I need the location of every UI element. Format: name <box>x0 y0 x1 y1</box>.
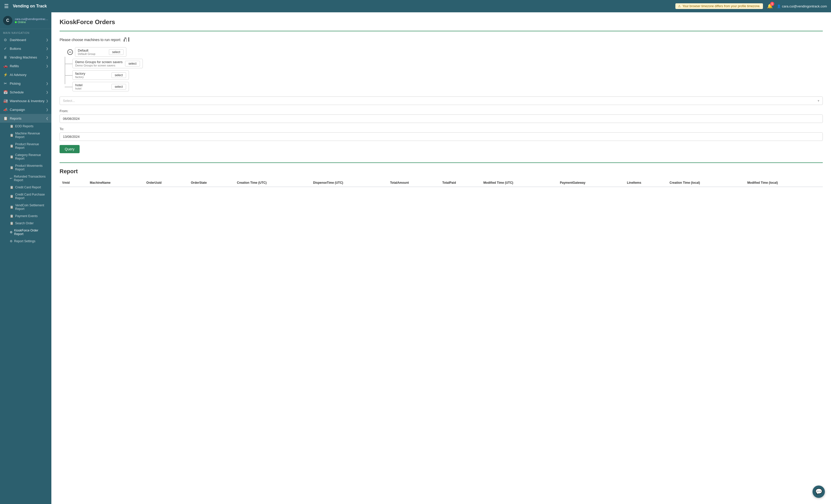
from-date-input[interactable] <box>60 114 823 123</box>
sub-label: VendCoin Settlement Report <box>15 204 48 211</box>
sidebar-item-vending-machines[interactable]: 🖥 Vending Machines ❯ <box>0 53 51 62</box>
sidebar-item-refunded-transactions[interactable]: ↩ Refunded Transactions Report <box>0 173 51 184</box>
sidebar-item-picking[interactable]: ✂ Picking ❯ <box>0 79 51 88</box>
sidebar-item-product-revenue[interactable]: 📋 Product Revenue Report <box>0 141 51 151</box>
nav-section-label: MAIN NAVIGATION <box>0 29 51 35</box>
tree-children: Demo Groups for screen savers Demo Group… <box>73 57 823 91</box>
child-select-button-hotel[interactable]: select <box>111 84 126 90</box>
sidebar-item-eod-reports[interactable]: 📋 EOD Reports <box>0 123 51 130</box>
from-date-group: From: <box>60 109 823 123</box>
bottom-divider <box>60 162 823 163</box>
sidebar-item-credit-card-purchase[interactable]: 📋 Credit Card Purchase Report <box>0 191 51 202</box>
picking-icon: ✂ <box>3 81 8 85</box>
chevron-down-icon: ▾ <box>818 99 820 102</box>
sub-label: Machine Revenue Report <box>15 131 48 139</box>
brand-name: Vending on Track <box>13 4 47 8</box>
sidebar-item-ai-advisory[interactable]: ⚡ AI Advisory <box>0 70 51 79</box>
chat-button[interactable]: 💬 <box>812 485 825 498</box>
sidebar-item-reports[interactable]: 📋 Reports ❮ <box>0 114 51 123</box>
sidebar: C cara.cui@vendingontrack.c Online MAIN … <box>0 12 51 504</box>
sidebar-item-category-revenue[interactable]: 📋 Category Revenue Report <box>0 151 51 162</box>
tree-root-circle <box>67 49 73 55</box>
sub-icon: ⚙ <box>10 239 12 243</box>
chevron-icon: ❯ <box>46 108 48 111</box>
table-header-row: Vmid MachineName OrderUuid OrderState Cr… <box>60 179 823 187</box>
sidebar-item-search-order[interactable]: 📋 Search Order <box>0 220 51 227</box>
machine-selector-label: Please choose machines to run report: ⛙ <box>60 36 823 43</box>
timezone-warning: ⚠ Your browser timezone differs from you… <box>676 3 763 9</box>
sub-label: Refunded Transactions Report <box>14 175 48 182</box>
reports-icon: 📋 <box>3 116 8 120</box>
query-button[interactable]: Query <box>60 145 80 153</box>
user-info: cara.cui@vendingontrack.c Online <box>15 18 48 24</box>
report-table: Vmid MachineName OrderUuid OrderState Cr… <box>60 179 823 187</box>
hamburger-icon[interactable]: ☰ <box>4 3 9 9</box>
machine-select-dropdown[interactable]: Select... ▾ <box>60 96 823 105</box>
sidebar-item-kioskforce-order[interactable]: ⚙ KioskForce Order Report <box>0 227 51 238</box>
sidebar-item-refills[interactable]: 🚗 Refills ❯ <box>0 62 51 70</box>
sub-icon: 📋 <box>10 195 13 198</box>
topbar: ☰ Vending on Track ⚠ Your browser timezo… <box>0 0 831 12</box>
sidebar-item-schedule[interactable]: 📅 Schedule ❯ <box>0 88 51 96</box>
chat-icon: 💬 <box>815 488 822 495</box>
chevron-icon: ❯ <box>46 47 48 50</box>
sidebar-item-product-movements[interactable]: 📋 Product Movements Report <box>0 162 51 173</box>
child-select-button-demo[interactable]: select <box>125 61 140 66</box>
sidebar-item-label: AI Advisory <box>10 73 26 77</box>
col-order-state: OrderState <box>188 179 234 187</box>
ai-icon: ⚡ <box>3 72 8 77</box>
notifications-bell[interactable]: 🔔 6 <box>767 3 773 9</box>
root-select-button[interactable]: select <box>109 49 123 55</box>
sub-label: EOD Reports <box>15 124 33 128</box>
user-email: cara.cui@vendingontrack.com <box>782 4 827 8</box>
sidebar-item-machine-revenue[interactable]: 📋 Machine Revenue Report <box>0 130 51 141</box>
sub-label: Search Order <box>15 221 34 225</box>
chevron-icon: ❯ <box>46 82 48 85</box>
status-text: Online <box>18 21 26 24</box>
col-modified-time-utc: Modified Time (UTC) <box>481 179 557 187</box>
user-icon: 👤 <box>777 4 781 8</box>
to-date-group: To: <box>60 127 823 141</box>
sidebar-item-buttons[interactable]: ✓ Buttons ❯ <box>0 44 51 53</box>
sidebar-item-vendcoin[interactable]: 📋 VendCoin Settlement Report <box>0 202 51 212</box>
tree-root-row: Default Default Group select <box>60 47 823 57</box>
tree-child-factory: factory factory select <box>73 70 823 80</box>
sidebar-item-label: Refills <box>10 64 19 68</box>
sub-label: Product Revenue Report <box>15 142 48 150</box>
sidebar-item-report-settings[interactable]: ⚙ Report Settings <box>0 238 51 245</box>
root-node-name: Default <box>78 49 95 52</box>
sub-icon: 📋 <box>10 185 13 189</box>
sidebar-item-warehouse[interactable]: 🏭 Warehouse & Inventory ❯ <box>0 96 51 105</box>
sidebar-item-label: Warehouse & Inventory <box>10 99 45 103</box>
sidebar-item-label: Buttons <box>10 47 21 51</box>
col-total-paid: TotalPaid <box>440 179 481 187</box>
sub-label: Credit Card Purchase Report <box>15 193 48 200</box>
sub-label: Category Revenue Report <box>15 153 48 160</box>
sub-label: Credit Card Report <box>15 185 41 189</box>
sub-icon: 📋 <box>10 221 13 225</box>
main-content: KioskForce Orders Please choose machines… <box>51 12 831 504</box>
sidebar-item-campaign[interactable]: 📣 Campaign ❯ <box>0 105 51 114</box>
root-node-subtitle: Default Group <box>78 52 95 55</box>
sidebar-item-payment-events[interactable]: 📋 Payment Events <box>0 212 51 220</box>
child-select-button-factory[interactable]: select <box>111 72 126 78</box>
user-menu[interactable]: 👤 cara.cui@vendingontrack.com <box>777 4 827 8</box>
vending-icon: 🖥 <box>3 55 8 59</box>
warehouse-icon: 🏭 <box>3 99 8 103</box>
refills-icon: 🚗 <box>3 64 8 68</box>
sidebar-item-dashboard[interactable]: ⊙ Dashboard ❯ <box>0 35 51 44</box>
schedule-icon: 📅 <box>3 90 8 94</box>
sidebar-item-label: Vending Machines <box>10 55 37 59</box>
to-date-input[interactable] <box>60 132 823 141</box>
tree-child-demo: Demo Groups for screen savers Demo Group… <box>73 59 823 68</box>
sidebar-item-credit-card[interactable]: 📋 Credit Card Report <box>0 184 51 191</box>
sub-label: Report Settings <box>14 239 35 243</box>
tree-child-hotel: hotel hotel select <box>73 82 823 91</box>
sidebar-item-label: Campaign <box>10 108 25 112</box>
child-node-name: hotel <box>75 83 82 87</box>
app-body: C cara.cui@vendingontrack.c Online MAIN … <box>0 12 831 504</box>
sub-label: KioskForce Order Report <box>14 229 48 236</box>
top-divider <box>60 31 823 31</box>
to-label: To: <box>60 127 823 131</box>
table-head: Vmid MachineName OrderUuid OrderState Cr… <box>60 179 823 187</box>
